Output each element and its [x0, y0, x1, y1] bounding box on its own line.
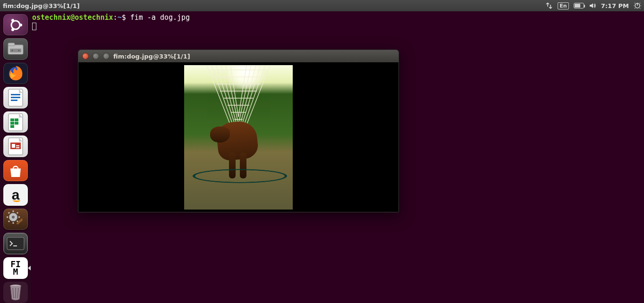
svg-point-4 — [11, 28, 14, 31]
prompt-path: ~ — [118, 13, 122, 22]
network-icon[interactable] — [545, 2, 553, 9]
prompt-user: ostechnix — [32, 13, 70, 22]
firefox-icon — [6, 64, 25, 83]
svg-point-8 — [12, 50, 13, 51]
svg-rect-12 — [11, 94, 20, 95]
file-manager-icon — [7, 42, 24, 56]
writer-icon — [8, 88, 24, 107]
svg-rect-19 — [15, 122, 18, 125]
svg-point-2 — [19, 24, 22, 26]
terminal-command: fim -a dog.jpg — [130, 13, 190, 22]
trash-icon — [8, 283, 23, 301]
prompt-host: ostechnix — [75, 13, 113, 22]
terminal-icon — [6, 236, 25, 251]
battery-icon[interactable] — [574, 3, 584, 8]
svg-rect-18 — [10, 122, 14, 125]
top-menubar: fim:dog.jpg@33%[1/1] En 7:17 PM — [0, 0, 644, 11]
unity-launcher: a FIM — [0, 11, 31, 303]
svg-rect-20 — [10, 125, 14, 128]
svg-rect-28 — [7, 237, 24, 250]
svg-point-3 — [11, 19, 14, 22]
active-indicator-icon — [28, 266, 31, 270]
launcher-settings[interactable] — [3, 209, 28, 230]
svg-rect-16 — [10, 118, 14, 121]
window-minimize-button[interactable] — [93, 53, 99, 59]
gear-wrench-icon — [7, 210, 25, 228]
dog-head — [210, 126, 230, 143]
hose-hoop — [193, 169, 287, 183]
svg-rect-13 — [11, 97, 20, 98]
launcher-terminal[interactable] — [3, 233, 28, 254]
window-title: fim:dog.jpg@33%[1/1] — [3, 2, 80, 9]
svg-rect-25 — [16, 147, 19, 148]
terminal-cursor — [32, 23, 36, 30]
svg-point-1 — [11, 21, 20, 29]
language-indicator[interactable]: En — [558, 2, 568, 9]
impress-icon — [8, 137, 24, 156]
shopping-bag-icon — [8, 163, 24, 179]
clock[interactable]: 7:17 PM — [601, 2, 629, 9]
launcher-calc[interactable] — [3, 111, 28, 133]
amazon-icon: a — [12, 187, 20, 203]
svg-rect-24 — [16, 145, 19, 146]
svg-rect-17 — [15, 118, 18, 121]
window-close-button[interactable] — [82, 53, 89, 59]
launcher-software[interactable] — [3, 160, 28, 181]
session-icon[interactable] — [634, 2, 641, 9]
launcher-dash[interactable] — [3, 14, 28, 35]
fim-titlebar[interactable]: fim:dog.jpg@33%[1/1] — [78, 50, 398, 62]
svg-point-27 — [12, 216, 15, 219]
calc-icon — [8, 113, 24, 132]
svg-rect-23 — [12, 144, 15, 148]
launcher-trash[interactable] — [3, 282, 28, 303]
svg-rect-6 — [8, 43, 15, 46]
svg-rect-29 — [13, 245, 17, 246]
sound-icon[interactable] — [589, 2, 596, 9]
launcher-fim[interactable]: FIM — [3, 257, 28, 278]
launcher-amazon[interactable]: a — [3, 184, 28, 205]
window-maximize-button[interactable] — [103, 53, 110, 59]
launcher-files[interactable] — [3, 38, 28, 59]
launcher-writer[interactable] — [3, 87, 28, 108]
launcher-impress[interactable] — [3, 135, 28, 157]
fim-window[interactable]: fim:dog.jpg@33%[1/1] — [78, 50, 399, 212]
fim-image-area[interactable] — [78, 62, 398, 212]
fim-icon: FIM — [10, 261, 21, 276]
svg-rect-14 — [11, 100, 17, 101]
svg-point-9 — [18, 50, 20, 51]
ubuntu-logo-icon — [8, 17, 24, 33]
launcher-firefox[interactable] — [3, 63, 28, 84]
displayed-image — [184, 65, 293, 210]
terminal-line: ostechnix@ostechnix:~$ fim -a dog.jpg — [32, 13, 643, 22]
fim-window-title: fim:dog.jpg@33%[1/1] — [113, 53, 190, 60]
